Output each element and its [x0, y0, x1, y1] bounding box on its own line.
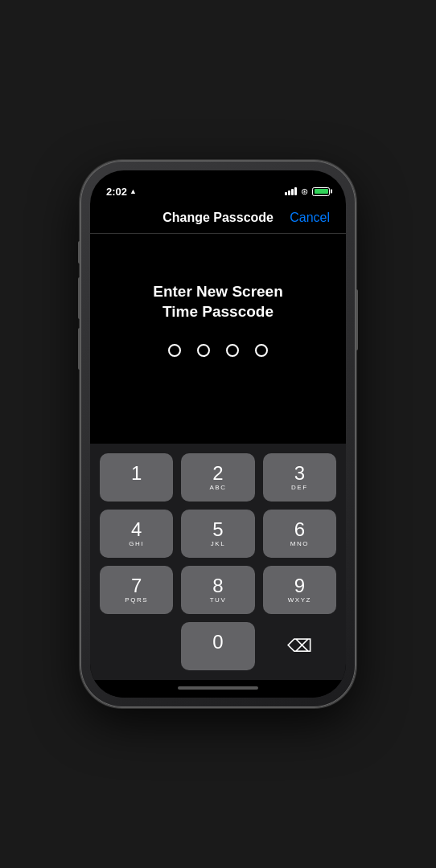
- mute-button[interactable]: [78, 241, 80, 264]
- volume-down-button[interactable]: [78, 328, 80, 370]
- key-8-number: 8: [212, 576, 223, 596]
- signal-icon: [285, 187, 297, 195]
- battery-fill: [315, 189, 328, 194]
- key-5-number: 5: [212, 520, 223, 539]
- power-button[interactable]: [356, 289, 358, 350]
- notch: [170, 170, 266, 190]
- key-6-number: 6: [294, 520, 305, 539]
- keypad-area: 1 2 ABC 3 DEF 4 GHI 5 JKL: [90, 444, 346, 680]
- key-8[interactable]: 8 TUV: [181, 566, 254, 614]
- navigation-bar: Change Passcode Cancel: [90, 206, 346, 234]
- signal-bar-3: [291, 189, 294, 195]
- key-1-number: 1: [131, 464, 142, 483]
- key-7[interactable]: 7 PQRS: [100, 566, 173, 614]
- key-9-number: 9: [294, 576, 305, 596]
- battery-shell: [312, 187, 330, 196]
- wifi-icon: ⊛: [301, 186, 308, 197]
- page-title: Change Passcode: [162, 211, 274, 225]
- signal-bar-1: [285, 192, 287, 195]
- key-4[interactable]: 4 GHI: [100, 510, 173, 558]
- key-6[interactable]: 6 MNO: [263, 510, 336, 558]
- key-5[interactable]: 5 JKL: [181, 510, 254, 558]
- key-7-letters: PQRS: [125, 596, 148, 604]
- volume-up-button[interactable]: [78, 277, 80, 319]
- key-9-letters: WXYZ: [288, 596, 311, 604]
- keypad-bottom-row: 0 ⌫: [100, 622, 336, 670]
- key-9[interactable]: 9 WXYZ: [263, 566, 336, 614]
- key-2[interactable]: 2 ABC: [181, 453, 254, 502]
- time-display: 2:02: [106, 186, 127, 198]
- location-icon: ▲: [130, 187, 137, 195]
- key-5-letters: JKL: [211, 540, 225, 548]
- passcode-prompt: Enter New ScreenTime Passcode: [153, 282, 283, 321]
- key-3[interactable]: 3 DEF: [263, 453, 336, 502]
- main-content: Enter New ScreenTime Passcode: [90, 234, 346, 444]
- passcode-dot-4: [255, 344, 268, 357]
- key-2-letters: ABC: [210, 484, 227, 492]
- passcode-dot-1: [168, 344, 181, 357]
- signal-bar-2: [288, 190, 290, 195]
- key-0[interactable]: 0: [181, 622, 254, 670]
- cancel-button[interactable]: Cancel: [290, 211, 330, 225]
- battery-icon: [312, 187, 330, 196]
- delete-icon: ⌫: [287, 636, 312, 657]
- home-indicator-area: [90, 680, 346, 698]
- signal-bar-4: [294, 187, 297, 195]
- key-1[interactable]: 1: [100, 453, 173, 502]
- key-6-letters: MNO: [290, 540, 309, 548]
- delete-button[interactable]: ⌫: [263, 622, 336, 670]
- key-8-letters: TUV: [210, 596, 227, 604]
- phone-frame: 2:02 ▲ ⊛ Change Pas: [80, 161, 356, 707]
- key-7-number: 7: [131, 576, 142, 596]
- status-time: 2:02 ▲: [106, 186, 137, 198]
- key-empty: [100, 622, 173, 670]
- status-icons: ⊛: [285, 186, 330, 197]
- passcode-dot-2: [197, 344, 210, 357]
- key-4-number: 4: [131, 520, 142, 539]
- key-3-letters: DEF: [291, 484, 308, 492]
- passcode-dot-3: [226, 344, 239, 357]
- key-3-number: 3: [294, 464, 305, 483]
- passcode-dots: [168, 344, 268, 357]
- key-2-number: 2: [212, 464, 223, 483]
- keypad-grid: 1 2 ABC 3 DEF 4 GHI 5 JKL: [100, 453, 336, 614]
- home-indicator-bar: [178, 686, 258, 690]
- key-0-number: 0: [212, 633, 223, 652]
- key-4-letters: GHI: [129, 540, 144, 548]
- phone-screen: 2:02 ▲ ⊛ Change Pas: [90, 170, 346, 698]
